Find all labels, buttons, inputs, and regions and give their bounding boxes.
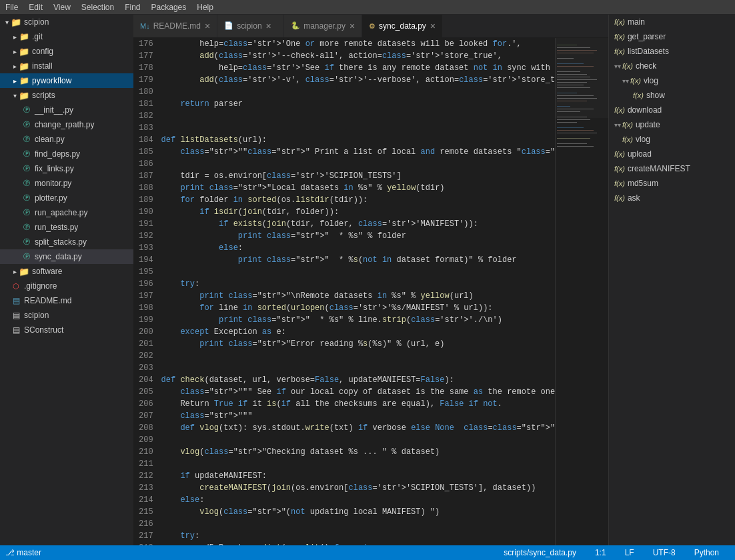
outline-item-ask[interactable]: f(x) ask [609, 191, 735, 205]
sidebar-item-sync-data[interactable]: Ⓟ sync_data.py [0, 249, 133, 264]
code-line: print class="str">"\nRemote datasets in … [161, 290, 555, 302]
table-row: 200 except Exception as e: [133, 326, 555, 338]
sidebar-label-monitor: monitor.py [35, 179, 71, 188]
line-number: 188 [133, 182, 161, 194]
outline-item-vlog-2[interactable]: f(x) vlog [609, 132, 735, 147]
line-number: 192 [133, 230, 161, 242]
sidebar-item-scipion-root[interactable]: 📁 scipion [0, 15, 133, 29]
outline-item-list-datasets[interactable]: f(x) listDatasets [609, 44, 735, 59]
function-icon: f(x) [622, 135, 633, 143]
outline-item-create-manifest[interactable]: f(x) createMANIFEST [609, 161, 735, 176]
line-ending[interactable]: LF [625, 548, 634, 557]
sidebar-item-gitignore[interactable]: ⬡ .gitignore [0, 279, 133, 293]
sidebar-item-find-deps[interactable]: Ⓟ find_deps.py [0, 147, 133, 161]
git-branch[interactable]: ⎇ master [5, 548, 41, 557]
code-line: print class="str">"Local datasets in %s"… [161, 182, 555, 194]
function-icon: f(x) [614, 33, 625, 41]
tab-close-manager[interactable]: × [349, 21, 355, 31]
function-icon: f(x) [622, 121, 633, 129]
table-row: 208 def vlog(txt): sys.stdout.write(txt)… [133, 422, 555, 434]
sidebar-item-clean[interactable]: Ⓟ clean.py [0, 132, 133, 147]
sidebar-item-software[interactable]: 📁 software [0, 264, 133, 279]
menu-packages[interactable]: Packages [146, 1, 192, 13]
tab-scipion[interactable]: 📄 scipion × [217, 15, 284, 37]
sidebar-item-plotter[interactable]: Ⓟ plotter.py [0, 191, 133, 205]
sidebar-item-sconstruct[interactable]: ▤ SConstruct [0, 323, 133, 337]
sidebar-item-split-stacks[interactable]: Ⓟ split_stacks.py [0, 235, 133, 249]
table-row: 204def check(dataset, url, verbose=False… [133, 374, 555, 386]
outline-item-main[interactable]: f(x) main [609, 15, 735, 29]
table-row: 217 try: [133, 530, 555, 542]
function-icon: f(x) [614, 18, 625, 26]
outline-item-upload[interactable]: f(x) upload [609, 147, 735, 161]
tab-close-readme[interactable]: × [205, 21, 210, 31]
tab-sync-data[interactable]: ⚙ sync_data.py × [362, 15, 443, 37]
tab-manager[interactable]: 🐍 manager.py × [284, 15, 362, 37]
sidebar-item-scipion-file[interactable]: ▤ scipion [0, 308, 133, 323]
line-number: 199 [133, 314, 161, 326]
function-icon: f(x) [622, 62, 633, 70]
table-row: 187 tdir = os.environ[class='str'>'SCIPI… [133, 170, 555, 182]
menu-view[interactable]: View [48, 1, 76, 13]
tab-close-scipion[interactable]: × [266, 21, 271, 31]
sidebar-item-git[interactable]: 📁 .git [0, 29, 133, 44]
file-icon: ▤ [11, 310, 21, 321]
table-row: 181 return parser [133, 98, 555, 110]
code-line: except Exception as e: [161, 326, 555, 338]
sidebar-item-config[interactable]: 📁 config [0, 44, 133, 59]
outline-item-update[interactable]: ▾ f(x) update [609, 117, 735, 132]
table-row: 205 class="str">""" See if our local cop… [133, 386, 555, 398]
chevron-icon [11, 47, 19, 55]
tab-bar: M↓ README.md × 📄 scipion × 🐍 manager.py … [133, 15, 608, 38]
language-mode[interactable]: Python [694, 548, 719, 557]
sidebar-item-fix-links[interactable]: Ⓟ fix_links.py [0, 161, 133, 176]
table-row: 201 print class="str">"Error reading %s(… [133, 338, 555, 350]
code-editor[interactable]: 176 help=class='str'>'One or more remote… [133, 38, 608, 545]
line-number: 179 [133, 74, 161, 86]
function-icon: f(x) [614, 106, 625, 114]
sidebar-item-run-tests[interactable]: Ⓟ run_tests.py [0, 220, 133, 235]
outline-item-download[interactable]: f(x) download [609, 103, 735, 117]
line-number: 180 [133, 86, 161, 98]
sidebar-label-run-tests: run_tests.py [35, 223, 78, 232]
menu-selection[interactable]: Selection [76, 1, 119, 13]
table-row: 213 createMANIFEST(join(os.environ[class… [133, 482, 555, 494]
menu-file[interactable]: File [0, 1, 23, 13]
sidebar-label-plotter: plotter.py [35, 193, 67, 203]
sidebar-label-fix-links: fix_links.py [35, 164, 74, 173]
table-row: 176 help=class='str'>'One or more remote… [133, 38, 555, 50]
tab-close-sync-data[interactable]: × [430, 21, 436, 31]
outline-label-create-manifest: createMANIFEST [628, 164, 690, 173]
table-row: 185 class="str">""class="str">" Print a … [133, 146, 555, 158]
sidebar-item-monitor[interactable]: Ⓟ monitor.py [0, 176, 133, 191]
sidebar-item-install[interactable]: 📁 install [0, 59, 133, 73]
python-tab-icon: 🐍 [291, 21, 300, 30]
line-number: 209 [133, 434, 161, 446]
outline-item-get-parser[interactable]: f(x) get_parser [609, 29, 735, 44]
gitignore-icon: ⬡ [11, 281, 21, 291]
tab-readme[interactable]: M↓ README.md × [133, 15, 217, 37]
sidebar-item-run-apache[interactable]: Ⓟ run_apache.py [0, 205, 133, 220]
sidebar-item-init[interactable]: Ⓟ __init__.py [0, 103, 133, 117]
line-number: 176 [133, 38, 161, 50]
tab-label-manager: manager.py [303, 21, 345, 31]
outline-item-vlog-1[interactable]: ▾ f(x) vlog [609, 73, 735, 88]
chevron-icon [11, 33, 19, 41]
sidebar-item-change-rpath[interactable]: Ⓟ change_rpath.py [0, 117, 133, 132]
menu-edit[interactable]: Edit [23, 1, 48, 13]
menu-find[interactable]: Find [119, 1, 145, 13]
outline-item-md5sum[interactable]: f(x) md5sum [609, 176, 735, 191]
sidebar-item-pyworkflow[interactable]: 📁 pyworkflow [0, 73, 133, 88]
sidebar-label-git: .git [32, 32, 43, 41]
outline-item-show[interactable]: f(x) show [609, 88, 735, 103]
menu-help[interactable]: Help [191, 1, 219, 13]
encoding[interactable]: UTF-8 [653, 548, 676, 557]
sidebar-item-scripts[interactable]: 📁 scripts [0, 88, 133, 103]
svg-rect-26 [557, 130, 594, 131]
sidebar-label-scipion-file: scipion [24, 311, 49, 320]
table-row: 215 vlog(class="str">"(not updating loca… [133, 506, 555, 518]
sidebar-item-readme[interactable]: ▤ README.md [0, 293, 133, 308]
outline-item-check[interactable]: ▾ f(x) check [609, 59, 735, 73]
sidebar-label-config: config [32, 47, 53, 56]
python-file-icon: Ⓟ [21, 134, 32, 145]
